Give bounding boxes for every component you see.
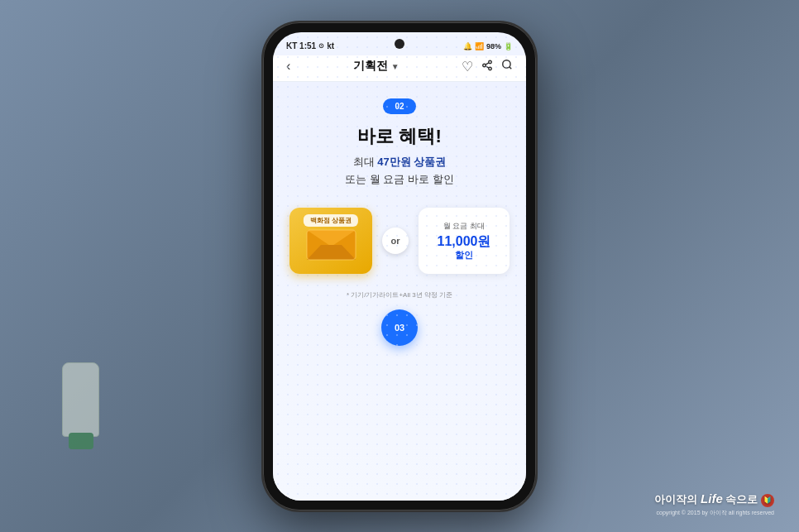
volume-icon: 🔔 (463, 42, 472, 50)
next-step-button[interactable]: 03 (381, 309, 418, 346)
wifi-icon: 📶 (475, 42, 484, 50)
or-text: or (382, 228, 409, 254)
discount-unit: 할인 (455, 249, 473, 261)
watermark: 아이작의 Life 속으로 🔰 copyright © 2015 by 아이작 … (654, 491, 774, 517)
discount-amount: 11,000원 (438, 233, 491, 249)
phone-frame: KT 1:51 ⊙ kt 🔔 📶 98% 🔋 ‹ 기획전 ▼ (263, 22, 536, 510)
subtitle-line2: 또는 월 요금 바로 할인 (345, 173, 453, 185)
footnote: * 기기/기가라이트+All 3년 약정 기준 (347, 290, 452, 300)
phone-screen: KT 1:51 ⊙ kt 🔔 📶 98% 🔋 ‹ 기획전 ▼ (273, 32, 526, 501)
subtitle-line1: 최대 47만원 상품권 (353, 156, 447, 168)
back-button[interactable]: ‹ (286, 59, 290, 74)
dropdown-icon[interactable]: ▼ (391, 62, 400, 71)
discount-card: 월 요금 최대 11,000원 할인 (419, 208, 510, 274)
signal-icon: ⊙ (318, 42, 324, 50)
subtitle: 최대 47만원 상품권 또는 월 요금 바로 할인 (345, 154, 453, 189)
nav-bar: ‹ 기획전 ▼ ♡ (273, 55, 526, 82)
battery-text: 98% (486, 42, 501, 50)
gift-card: 백화점 상품권 (289, 208, 372, 274)
svg-point-5 (503, 60, 510, 68)
carrier2-text: kt (327, 41, 334, 50)
step-badge: 02 (383, 98, 415, 114)
status-right: 🔔 📶 98% 🔋 (463, 42, 513, 50)
heart-icon[interactable]: ♡ (462, 59, 473, 74)
main-title: 바로 혜택! (357, 126, 441, 147)
battery-icon: 🔋 (504, 42, 513, 50)
svg-point-2 (489, 67, 492, 70)
svg-point-1 (483, 64, 486, 67)
svg-line-6 (510, 67, 512, 69)
discount-label: 월 요금 최대 (443, 221, 485, 232)
watermark-main: 아이작의 Life 속으로 🔰 (654, 491, 774, 507)
scene: KT 1:51 ⊙ kt 🔔 📶 98% 🔋 ‹ 기획전 ▼ (0, 0, 799, 532)
watermark-sub: copyright © 2015 by 아이작 all rights reser… (654, 509, 774, 517)
carrier-text: KT 1:51 (286, 41, 316, 50)
svg-line-4 (486, 62, 489, 64)
nav-icons: ♡ (462, 59, 513, 74)
camera-notch (395, 39, 404, 49)
main-content: 02 바로 혜택! 최대 47만원 상품권 또는 월 요금 바로 할인 백화점 … (273, 82, 526, 501)
nav-title-text: 기획전 (353, 59, 388, 74)
svg-point-0 (489, 60, 492, 64)
gift-card-label: 백화점 상품권 (304, 214, 358, 227)
svg-line-3 (486, 65, 489, 67)
benefit-row: 백화점 상품권 (286, 208, 513, 274)
share-icon[interactable] (481, 60, 493, 74)
status-left: KT 1:51 ⊙ kt (286, 41, 334, 50)
nav-title-area: 기획전 ▼ (353, 59, 400, 74)
search-icon[interactable] (501, 59, 513, 74)
